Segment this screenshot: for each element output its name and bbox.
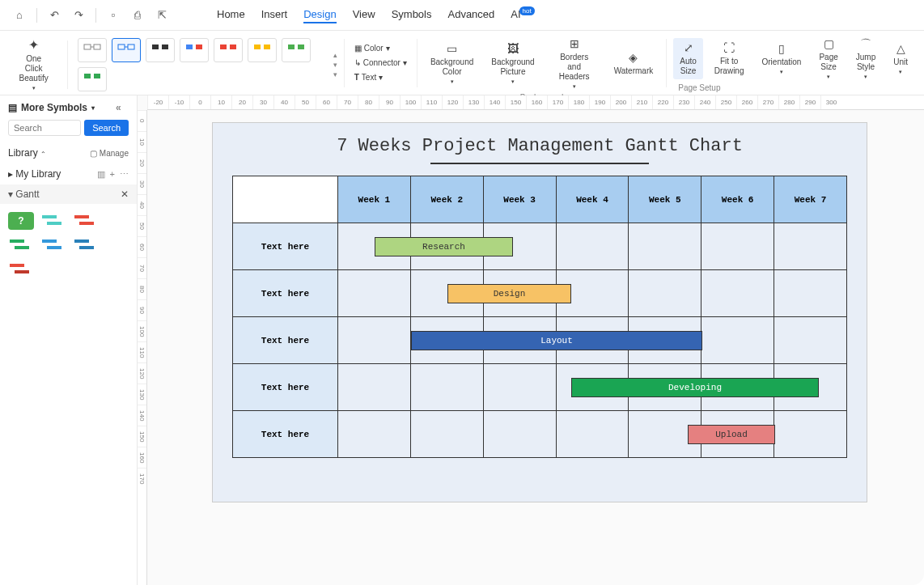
- gantt-cell[interactable]: [410, 223, 483, 270]
- gantt-section-label[interactable]: Gantt: [15, 189, 39, 200]
- gantt-cell[interactable]: [556, 223, 629, 270]
- tab-symbols[interactable]: Symbols: [392, 6, 432, 23]
- library-label[interactable]: Library: [8, 147, 38, 159]
- page-size-button[interactable]: ▢Page Size▾: [812, 34, 844, 83]
- home-icon[interactable]: ⌂: [10, 6, 29, 25]
- gantt-cell[interactable]: [629, 411, 701, 458]
- gantt-cell[interactable]: [483, 223, 556, 270]
- shape-gantt-3[interactable]: [8, 236, 34, 254]
- bg-picture-button[interactable]: 🖼Background Picture▾: [485, 39, 540, 88]
- gantt-col-header[interactable]: Week 2: [410, 176, 483, 223]
- tab-home[interactable]: Home: [217, 6, 245, 23]
- gantt-cell[interactable]: [556, 317, 629, 364]
- bg-color-button[interactable]: ▭Background Color▾: [424, 39, 480, 88]
- beautify-up-icon[interactable]: ▴: [333, 51, 337, 59]
- beautify-style-8[interactable]: [78, 67, 107, 91]
- search-button[interactable]: Search: [84, 120, 129, 136]
- gantt-table[interactable]: Week 1Week 2Week 3Week 4Week 5Week 6Week…: [232, 176, 847, 458]
- gantt-col-header[interactable]: Week 6: [701, 176, 774, 223]
- more-symbols-label[interactable]: More Symbols: [21, 102, 87, 113]
- undo-icon[interactable]: ↶: [45, 6, 64, 25]
- fit-drawing-button[interactable]: ⛶Fit to Drawing: [708, 38, 751, 79]
- gantt-row-label[interactable]: Text here: [233, 411, 338, 458]
- gantt-col-header[interactable]: Week 4: [556, 176, 629, 223]
- gantt-cell[interactable]: [774, 364, 847, 411]
- jump-style-button[interactable]: ⌒Jump Style▾: [850, 34, 882, 83]
- watermark-button[interactable]: ◈Watermark: [608, 48, 660, 79]
- orientation-button[interactable]: ▯Orientation▾: [755, 39, 807, 78]
- lib-grid-icon[interactable]: ▥: [97, 169, 105, 180]
- search-input[interactable]: [8, 120, 81, 136]
- gantt-cell[interactable]: [556, 364, 629, 411]
- color-button[interactable]: ▦ Color ▾: [351, 42, 410, 54]
- lib-more-icon[interactable]: ⋯: [120, 169, 129, 180]
- gantt-cell[interactable]: [701, 270, 774, 317]
- gantt-cell[interactable]: Design: [338, 270, 411, 317]
- redo-icon[interactable]: ↷: [69, 6, 88, 25]
- beautify-style-4[interactable]: [180, 38, 209, 62]
- shape-gantt-6[interactable]: [8, 261, 34, 278]
- gantt-cell[interactable]: [774, 411, 847, 458]
- gantt-row-label[interactable]: Text here: [233, 223, 338, 270]
- print-icon[interactable]: ⎙: [128, 6, 147, 25]
- beautify-style-7[interactable]: [282, 38, 311, 62]
- gantt-cell[interactable]: [629, 317, 701, 364]
- shape-gantt-5[interactable]: [73, 236, 99, 254]
- export-icon[interactable]: ⇱: [152, 6, 172, 25]
- shape-gantt-1[interactable]: [40, 212, 66, 230]
- gantt-cell[interactable]: [629, 223, 701, 270]
- collapse-sidebar-icon[interactable]: «: [116, 102, 129, 113]
- tab-insert[interactable]: Insert: [261, 6, 288, 23]
- connector-button[interactable]: ↳ Connector ▾: [351, 57, 410, 69]
- gantt-cell[interactable]: [410, 270, 483, 317]
- gantt-cell[interactable]: [410, 364, 483, 411]
- gantt-row-label[interactable]: Text here: [233, 364, 338, 411]
- chart-title[interactable]: 7 Weeks Project Management Gantt Chart: [213, 123, 867, 163]
- gantt-cell[interactable]: [483, 364, 556, 411]
- gantt-cell[interactable]: Developing: [338, 364, 411, 411]
- gantt-cell[interactable]: [701, 317, 774, 364]
- auto-size-button[interactable]: ⤢Auto Size: [673, 38, 703, 79]
- gantt-cell[interactable]: [774, 223, 847, 270]
- gantt-row-label[interactable]: Text here: [233, 270, 338, 317]
- tab-design[interactable]: Design: [303, 6, 336, 23]
- gantt-cell[interactable]: [629, 270, 701, 317]
- beautify-style-6[interactable]: [248, 38, 277, 62]
- gantt-cell[interactable]: [483, 270, 556, 317]
- unit-button[interactable]: △Unit▾: [887, 39, 914, 78]
- gantt-cell[interactable]: [410, 317, 483, 364]
- lib-add-icon[interactable]: +: [110, 169, 115, 180]
- tab-advanced[interactable]: Advanced: [447, 6, 494, 23]
- tab-view[interactable]: View: [353, 6, 375, 23]
- tab-ai[interactable]: AIhot: [511, 6, 536, 23]
- page[interactable]: 7 Weeks Project Management Gantt Chart W…: [212, 122, 867, 502]
- shape-help[interactable]: ?: [8, 212, 34, 230]
- beautify-style-1[interactable]: [78, 38, 107, 62]
- gantt-cell[interactable]: [410, 411, 483, 458]
- shape-gantt-2[interactable]: [73, 212, 99, 230]
- gantt-col-header[interactable]: Week 3: [483, 176, 556, 223]
- gantt-cell[interactable]: [774, 270, 847, 317]
- one-click-beautify-button[interactable]: ✦ One Click Beautify ▾: [10, 34, 57, 95]
- canvas[interactable]: 7 Weeks Project Management Gantt Chart W…: [147, 110, 924, 585]
- manage-button[interactable]: ▢ Manage: [90, 149, 129, 158]
- borders-button[interactable]: ⊞Borders and Headers▾: [546, 34, 603, 93]
- gantt-cell[interactable]: Research: [338, 223, 411, 270]
- gantt-cell[interactable]: [629, 364, 701, 411]
- gantt-cell[interactable]: [701, 411, 774, 458]
- beautify-style-2[interactable]: [112, 38, 141, 62]
- gantt-cell[interactable]: Layout: [338, 317, 411, 364]
- gantt-cell[interactable]: [483, 317, 556, 364]
- gantt-cell[interactable]: [701, 364, 774, 411]
- gantt-col-header[interactable]: Week 5: [629, 176, 701, 223]
- gantt-cell[interactable]: [556, 270, 629, 317]
- gantt-col-header[interactable]: Week 1: [338, 176, 411, 223]
- gantt-col-header[interactable]: Week 7: [774, 176, 847, 223]
- beautify-more-icon[interactable]: ▾: [333, 70, 337, 78]
- beautify-style-5[interactable]: [214, 38, 243, 62]
- save-icon[interactable]: ▫: [104, 6, 123, 25]
- beautify-style-3[interactable]: [146, 38, 175, 62]
- gantt-row-label[interactable]: Text here: [233, 317, 338, 364]
- text-button[interactable]: T Text ▾: [351, 71, 410, 83]
- gantt-cell[interactable]: Upload: [338, 411, 411, 458]
